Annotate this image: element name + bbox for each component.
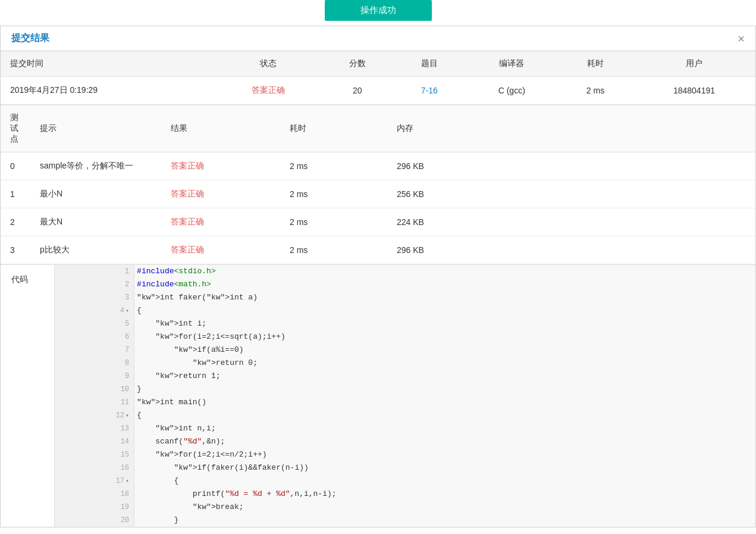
close-button[interactable]: × (738, 33, 745, 45)
tc-memory: 224 KB (387, 208, 755, 236)
panel-header: 提交结果 × (1, 26, 755, 51)
tc-col-mem: 内存 (387, 105, 755, 152)
tc-memory: 296 KB (387, 236, 755, 264)
panel-title: 提交结果 (11, 32, 49, 45)
tc-result: 答案正确 (161, 208, 280, 236)
submission-user: 184804191 (633, 77, 755, 105)
testcase-row: 2 最大N 答案正确 2 ms 224 KB (1, 208, 755, 236)
tc-id: 1 (1, 180, 30, 208)
tc-hint: sample等价，分解不唯一 (30, 152, 161, 180)
code-block[interactable]: 1234▾56789101112▾1314151617▾181920 #incl… (54, 265, 755, 527)
tc-col-hint: 提示 (30, 105, 161, 152)
col-header-problem: 题目 (393, 51, 465, 77)
line-number: 8 (55, 357, 134, 370)
testcase-row: 0 sample等价，分解不唯一 答案正确 2 ms 296 KB (1, 152, 755, 180)
col-header-score: 分数 (321, 51, 393, 77)
code-line: { (134, 304, 755, 317)
testcase-section: 测试点 提示 结果 耗时 内存 0 sample等价，分解不唯一 答案正确 2 … (1, 105, 755, 264)
code-line: "kw">return 1; (134, 370, 755, 383)
line-number: 4▾ (55, 304, 134, 317)
code-line: "kw">if(a%i==0) (134, 343, 755, 357)
line-number: 5 (55, 317, 134, 330)
line-number: 14 (55, 435, 134, 448)
line-number: 6 (55, 330, 134, 343)
tc-id: 2 (1, 208, 30, 236)
col-header-user: 用户 (633, 51, 755, 77)
code-line: { (134, 474, 755, 488)
tc-id: 0 (1, 152, 30, 180)
code-line: "kw">int main() (134, 396, 755, 409)
tc-result: 答案正确 (161, 180, 280, 208)
submission-compiler: C (gcc) (465, 77, 558, 105)
fold-marker[interactable]: ▾ (126, 307, 129, 314)
line-number: 2 (55, 278, 134, 291)
code-line: #include<stdio.h> (134, 265, 755, 278)
code-section: 代码 1234▾56789101112▾1314151617▾181920 #i… (1, 264, 755, 527)
code-line: } (134, 514, 755, 527)
tc-result-link: 答案正确 (171, 245, 204, 254)
tc-hint: p比较大 (30, 236, 161, 264)
line-number: 16 (55, 461, 134, 474)
code-line: "kw">break; (134, 501, 755, 514)
tc-col-id: 测试点 (1, 105, 30, 152)
tc-time: 2 ms (280, 180, 387, 208)
code-line: printf("%d = %d + %d",n,i,n-i); (134, 488, 755, 501)
testcase-row: 1 最小N 答案正确 2 ms 256 KB (1, 180, 755, 208)
fold-marker[interactable]: ▾ (126, 412, 129, 419)
testcase-table: 测试点 提示 结果 耗时 内存 0 sample等价，分解不唯一 答案正确 2 … (1, 105, 755, 264)
code-lines-col: #include<stdio.h>#include<math.h>"kw">in… (134, 265, 755, 527)
testcase-row: 3 p比较大 答案正确 2 ms 296 KB (1, 236, 755, 264)
status-link[interactable]: 答案正确 (252, 85, 285, 95)
code-line: "kw">for(i=2;i<=n/2;i++) (134, 448, 755, 461)
operation-button[interactable]: 操作成功 (325, 0, 432, 21)
code-line: } (134, 383, 755, 396)
tc-result-link: 答案正确 (171, 217, 204, 226)
line-number: 13 (55, 422, 134, 435)
col-header-time: 提交时间 (1, 51, 216, 77)
tc-memory: 256 KB (387, 180, 755, 208)
line-number: 1 (55, 265, 134, 278)
code-line: "kw">int i; (134, 317, 755, 330)
tc-hint: 最大N (30, 208, 161, 236)
line-number: 17▾ (55, 474, 134, 488)
tc-result-link: 答案正确 (171, 189, 204, 198)
tc-result: 答案正确 (161, 236, 280, 264)
submission-score: 20 (321, 77, 393, 105)
tc-result: 答案正确 (161, 152, 280, 180)
col-header-status: 状态 (216, 51, 322, 77)
tc-result-link: 答案正确 (171, 161, 204, 170)
problem-link[interactable]: 7-16 (421, 86, 438, 95)
code-line: "kw">int n,i; (134, 422, 755, 435)
submission-time: 2019年4月27日 0:19:29 (1, 77, 216, 105)
tc-memory: 296 KB (387, 152, 755, 180)
submission-table: 提交时间 状态 分数 题目 编译器 耗时 用户 2019年4月27日 0:19:… (1, 51, 755, 105)
line-number: 18 (55, 488, 134, 501)
result-panel: 提交结果 × 提交时间 状态 分数 题目 编译器 耗时 用户 2019年4月27… (0, 26, 756, 527)
submission-status: 答案正确 (216, 77, 322, 105)
line-number: 3 (55, 291, 134, 304)
code-line: "kw">for(i=2;i<=sqrt(a);i++) (134, 330, 755, 343)
code-label: 代码 (1, 265, 54, 527)
submission-row: 2019年4月27日 0:19:29 答案正确 20 7-16 C (gcc) … (1, 77, 755, 105)
code-line: scanf("%d",&n); (134, 435, 755, 448)
tc-time: 2 ms (280, 208, 387, 236)
line-number: 20 (55, 514, 134, 527)
fold-marker[interactable]: ▾ (126, 477, 129, 485)
col-header-compiler: 编译器 (465, 51, 558, 77)
tc-col-time: 耗时 (280, 105, 387, 152)
tc-time: 2 ms (280, 236, 387, 264)
line-number: 9 (55, 370, 134, 383)
line-number: 15 (55, 448, 134, 461)
tc-hint: 最小N (30, 180, 161, 208)
line-number: 12▾ (55, 409, 134, 422)
code-line: #include<math.h> (134, 278, 755, 291)
col-header-timecost: 耗时 (558, 51, 633, 77)
line-number: 10 (55, 383, 134, 396)
tc-time: 2 ms (280, 152, 387, 180)
line-numbers-col: 1234▾56789101112▾1314151617▾181920 (55, 265, 134, 527)
code-line: "kw">return 0; (134, 357, 755, 370)
code-line: "kw">int faker("kw">int a) (134, 291, 755, 304)
submission-problem: 7-16 (393, 77, 465, 105)
line-number: 11 (55, 396, 134, 409)
submission-timecost: 2 ms (558, 77, 633, 105)
